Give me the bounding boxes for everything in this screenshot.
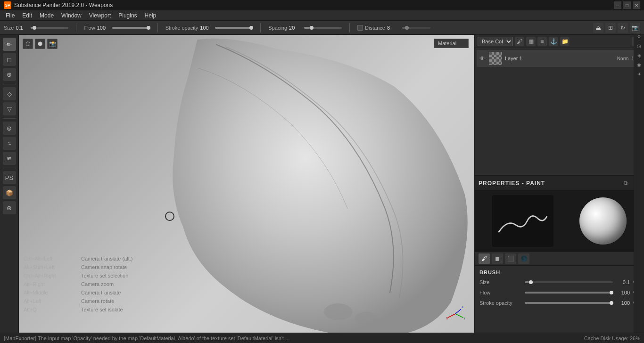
menu-window[interactable]: Window bbox=[58, 11, 85, 20]
flow-label: Flow bbox=[84, 25, 95, 31]
menu-file[interactable]: File bbox=[2, 11, 18, 20]
brush-stroke-opacity-label: Stroke opacity bbox=[479, 300, 522, 306]
shortcut-key-7: Alt+Q bbox=[24, 305, 75, 314]
layer-add-folder-btn[interactable]: 📁 bbox=[560, 37, 570, 46]
stroke-opacity-group: Stroke opacity 100 bbox=[165, 25, 253, 31]
viewport-material-control[interactable]: Material bbox=[434, 39, 469, 48]
svg-line-2 bbox=[455, 314, 463, 318]
svg-text:X: X bbox=[446, 317, 448, 320]
layer-visibility-icon[interactable]: 👁 bbox=[479, 55, 486, 62]
toolbar-grid-icon[interactable]: ⊞ bbox=[605, 23, 616, 33]
shortcut-row-2: Ctrl+Alt+Right Texture set selection bbox=[24, 271, 132, 280]
base-col-selector[interactable]: Base Col bbox=[478, 37, 513, 46]
menu-viewport[interactable]: Viewport bbox=[85, 11, 115, 20]
menu-mode[interactable]: Mode bbox=[36, 11, 58, 20]
brush-size-value: 0.1 bbox=[616, 279, 630, 285]
size-group: Size 0.1 bbox=[4, 25, 68, 31]
toolbar-mountain-icon[interactable]: ⛰ bbox=[593, 23, 603, 33]
shortcut-hints: Ctrl+Alt+Left Camera translate (alt.) Al… bbox=[24, 254, 132, 314]
shortcut-desc-2: Texture set selection bbox=[81, 271, 128, 280]
viewport[interactable]: Material ⬡ ⬢ 📸 Ctrl+Alt+Left Camera tran… bbox=[19, 35, 474, 333]
svg-line-3 bbox=[455, 309, 461, 314]
stroke-opacity-slider[interactable] bbox=[215, 27, 253, 29]
brush-stroke-preview bbox=[492, 195, 553, 247]
projection-tool[interactable]: ⊕ bbox=[3, 68, 16, 81]
stroke-opacity-value: 100 bbox=[200, 25, 213, 31]
right-panel-side: ≡ ⚙ ◷ ◈ ◉ ✦ bbox=[634, 21, 644, 333]
toolbar-refresh-icon[interactable]: ↻ bbox=[618, 23, 628, 33]
menu-bar: File Edit Mode Window Viewport Plugins H… bbox=[0, 10, 644, 21]
spacing-group: Spacing 20 bbox=[268, 25, 342, 31]
flow-slider[interactable] bbox=[112, 27, 150, 29]
layer-add-filter-btn[interactable]: ≡ bbox=[537, 37, 547, 46]
text-tool[interactable]: PS bbox=[3, 171, 16, 184]
divider-1 bbox=[76, 23, 76, 33]
polygon-fill-tool[interactable]: ◇ bbox=[3, 87, 16, 100]
shortcut-row-3: Alt+Right Camera zoom bbox=[24, 280, 132, 288]
brush-tab-material[interactable]: ⬛ bbox=[505, 253, 516, 264]
brush-props: BRUSH Size 0.1 ↺ Flow bbox=[475, 266, 644, 314]
status-bar: [MapExporter] The input map 'Opacity' ne… bbox=[0, 333, 644, 343]
viewport-screenshot-icon[interactable]: 📸 bbox=[47, 39, 58, 49]
spacing-slider[interactable] bbox=[304, 27, 342, 29]
properties-content: 🖌 ◼ ⬛ 🌑 BRUSH Size 0.1 ↺ bbox=[475, 190, 644, 333]
properties-title: PROPERTIES - PAINT bbox=[479, 180, 545, 187]
menu-help[interactable]: Help bbox=[141, 11, 160, 20]
close-button[interactable]: ✕ bbox=[633, 1, 640, 9]
blur-tool[interactable]: ≋ bbox=[3, 152, 16, 165]
side-assets-btn[interactable]: ◈ bbox=[635, 51, 644, 59]
divider-3 bbox=[260, 23, 261, 33]
brush-tab-brush[interactable]: 🖌 bbox=[479, 253, 490, 264]
clone-tool[interactable]: ⊚ bbox=[3, 122, 16, 135]
layer-blend-mode[interactable]: Norm bbox=[617, 56, 628, 61]
tool-separator-3 bbox=[3, 168, 16, 168]
paint-tool[interactable]: ✏ bbox=[3, 38, 16, 51]
layer-add-anchor-btn[interactable]: ⚓ bbox=[549, 37, 558, 46]
spacing-label: Spacing bbox=[268, 25, 287, 31]
material-dropdown[interactable]: Material bbox=[434, 39, 469, 48]
layer-item[interactable]: 👁 Layer 1 Norm 100 bbox=[477, 50, 642, 67]
brush-tab-effect[interactable]: 🌑 bbox=[518, 253, 529, 264]
erase-tool[interactable]: ◻ bbox=[3, 53, 16, 66]
menu-edit[interactable]: Edit bbox=[18, 11, 36, 20]
brush-flow-slider[interactable] bbox=[525, 292, 613, 294]
svg-text:Z: Z bbox=[462, 305, 464, 309]
distance-checkbox[interactable] bbox=[357, 25, 363, 31]
viewport-camera-ortho-icon[interactable]: ⬢ bbox=[35, 39, 45, 49]
distance-check-group bbox=[357, 25, 363, 31]
toolbar-camera-icon[interactable]: 📷 bbox=[630, 23, 640, 33]
distance-slider[interactable] bbox=[402, 27, 430, 29]
brush-stroke-opacity-row: Stroke opacity 100 ↺ bbox=[479, 300, 639, 306]
right-panel: LAYERS ⧉ ✕ Base Col 🖌 ▦ ≡ ⚓ 📁 🗑 👁 Layer … bbox=[474, 21, 644, 333]
title-bar-controls[interactable]: – □ ✕ bbox=[614, 1, 640, 9]
brush-size-slider[interactable] bbox=[525, 281, 613, 283]
shortcut-row-1: Alt+Shift+Left Camera snap rotate bbox=[24, 263, 132, 271]
shortcut-desc-1: Camera snap rotate bbox=[81, 263, 127, 271]
size-slider[interactable] bbox=[31, 27, 68, 29]
svg-text:Y: Y bbox=[463, 317, 465, 320]
smudge-tool[interactable]: ≈ bbox=[3, 137, 16, 150]
select-tool[interactable]: ▽ bbox=[3, 102, 16, 115]
layer-add-fill-btn[interactable]: ▦ bbox=[526, 37, 536, 46]
brush-stroke-opacity-slider[interactable] bbox=[525, 302, 613, 304]
status-left: [MapExporter] The input map 'Opacity' ne… bbox=[4, 335, 289, 341]
shortcut-key-3: Alt+Right bbox=[24, 280, 75, 288]
layer-add-paint-btn[interactable]: 🖌 bbox=[515, 37, 524, 46]
minimize-button[interactable]: – bbox=[614, 1, 621, 9]
maximize-button[interactable]: □ bbox=[623, 1, 631, 9]
shortcut-desc-3: Camera zoom bbox=[81, 280, 114, 288]
properties-restore-icon[interactable]: ⧉ bbox=[621, 179, 630, 188]
substance-tool[interactable]: 📦 bbox=[3, 186, 16, 199]
distance-value: 8 bbox=[387, 25, 400, 31]
side-effects-btn[interactable]: ✦ bbox=[635, 70, 644, 78]
divider-2 bbox=[157, 23, 158, 33]
menu-plugins[interactable]: Plugins bbox=[115, 11, 140, 20]
anchor-tool[interactable]: ⊛ bbox=[3, 201, 16, 214]
side-display-btn[interactable]: ◉ bbox=[635, 60, 644, 69]
viewport-camera-perspective-icon[interactable]: ⬡ bbox=[23, 39, 33, 49]
brush-tab-alpha[interactable]: ◼ bbox=[492, 253, 503, 264]
layers-toolbar: Base Col 🖌 ▦ ≡ ⚓ 📁 🗑 bbox=[475, 35, 644, 48]
brush-flow-value: 100 bbox=[616, 290, 630, 295]
side-history-btn[interactable]: ◷ bbox=[635, 41, 644, 50]
shortcut-row-4: Alt+Middle Camera translate bbox=[24, 288, 132, 297]
